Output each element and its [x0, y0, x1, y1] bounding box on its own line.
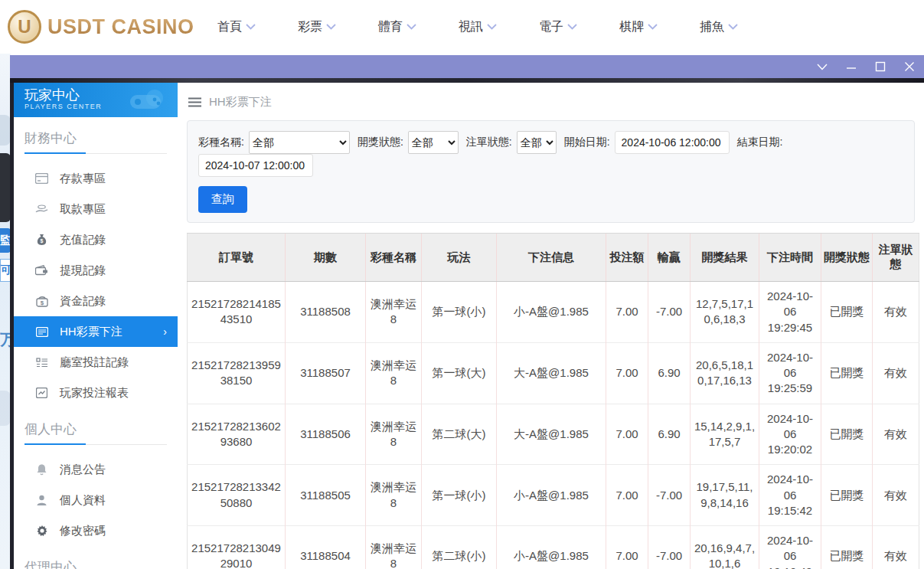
chevron-down-icon [406, 24, 416, 30]
nav-item-home[interactable]: 首頁 [217, 19, 256, 35]
cell-order-no: 2152172821334250880 [188, 465, 286, 526]
col-header-play: 玩法 [422, 234, 497, 282]
cell-bet-info: 小-A盤@1.985 [497, 526, 606, 569]
cell-bet-info: 大-A盤@1.985 [497, 404, 606, 465]
lottery-select[interactable]: 全部 [249, 131, 350, 154]
nav-item-label: 捕魚 [700, 19, 724, 35]
cell-period: 31188506 [286, 404, 366, 465]
draw-status-select[interactable]: 全部 [408, 131, 459, 154]
nav-item-label: 首頁 [217, 19, 242, 35]
sidebar-item-label: 廳室投註記錄 [60, 355, 129, 370]
sidebar-item-funds-record[interactable]: $ 資金記錄 [14, 286, 178, 316]
cell-draw-status: 已開獎 [821, 282, 873, 343]
chevron-down-icon [728, 24, 738, 30]
sidebar-section-title-agent: 代理中心 [24, 558, 167, 569]
withdraw-hand-icon [35, 203, 48, 216]
nav-item-board-games[interactable]: 棋牌 [619, 19, 658, 35]
cell-draw-status: 已開獎 [821, 526, 873, 569]
order-status-filter-label: 注單狀態: [466, 136, 512, 149]
section-underline [24, 152, 167, 154]
sidebar-item-room-bet-record[interactable]: 廳室投註記錄 [14, 347, 178, 378]
cell-time: 2024-10-06 19:29:45 [759, 282, 821, 343]
sidebar-item-label: 玩家投注報表 [60, 386, 129, 401]
draw-status-filter-label: 開獎狀態: [358, 136, 403, 149]
cell-order-status: 有效 [873, 465, 919, 526]
nav-item-label: 電子 [539, 19, 563, 35]
cell-order-no: 2152172821360293680 [188, 404, 286, 465]
cell-bet-amount: 7.00 [606, 526, 648, 569]
col-header-period: 期數 [286, 234, 366, 282]
lottery-doc-icon [35, 325, 48, 338]
cell-period: 31188504 [286, 526, 366, 569]
sidebar-item-deposit[interactable]: 存款專區 [14, 163, 178, 194]
nav-item-electronic[interactable]: 電子 [539, 19, 577, 35]
sidebar-item-label: 充值記錄 [60, 233, 106, 247]
breadcrumb: HH彩票下注 [187, 83, 915, 113]
cell-win-loss: -7.00 [648, 526, 691, 569]
cell-bet-info: 大-A盤@1.985 [497, 342, 606, 404]
nav-item-sports[interactable]: 體育 [378, 19, 416, 35]
cell-draw-status: 已開獎 [821, 342, 873, 404]
cell-result: 20,6,5,18,10,17,16,13 [691, 342, 759, 404]
sidebar-item-label: 修改密碼 [60, 524, 106, 538]
hamburger-menu-icon[interactable] [188, 97, 201, 107]
cell-lottery: 澳洲幸运8 [366, 282, 422, 343]
chevron-down-icon [648, 24, 658, 30]
background-page-strip: 監 可 万 [0, 54, 11, 569]
background-fragment [0, 391, 11, 426]
maximize-icon [875, 61, 886, 72]
window-maximize-button[interactable] [873, 60, 887, 74]
sidebar-item-label: 提現記錄 [60, 263, 106, 278]
cell-time: 2024-10-06 19:20:02 [759, 404, 821, 465]
nav-item-label: 體育 [378, 19, 403, 35]
col-header-order-no: 訂單號 [188, 234, 286, 282]
cell-play: 第一球(小) [422, 282, 497, 343]
filter-panel: 彩種名稱: 全部 開獎狀態: 全部 注單狀態: [187, 120, 915, 223]
app-window: 玩家中心 PLAYERS CENTER 財務中心 存款專區 [10, 55, 924, 569]
minimize-icon [846, 61, 857, 72]
table-row: 2152172821418543510 31188508 澳洲幸运8 第一球(小… [188, 282, 919, 343]
end-date-input[interactable] [198, 154, 313, 177]
sidebar: 玩家中心 PLAYERS CENTER 財務中心 存款專區 [14, 83, 178, 569]
sidebar-section-title-personal: 個人中心 [24, 420, 167, 438]
sidebar-item-recharge-record[interactable]: $ 充值記錄 [14, 224, 178, 255]
sidebar-item-label: 取款專區 [60, 202, 106, 217]
cell-bet-amount: 7.00 [606, 282, 648, 343]
cell-bet-info: 小-A盤@1.985 [497, 465, 606, 526]
sidebar-item-withdrawal-record[interactable]: 提現記錄 [14, 255, 178, 286]
sidebar-item-profile[interactable]: 個人資料 [14, 485, 178, 515]
cell-bet-amount: 7.00 [606, 342, 648, 404]
window-minimize-button[interactable] [844, 60, 858, 74]
cell-period: 31188505 [286, 465, 366, 526]
chevron-right-icon: › [163, 325, 167, 338]
sidebar-item-announcements[interactable]: 消息公告 [14, 454, 178, 485]
bets-table: 訂單號 期數 彩種名稱 玩法 下注信息 投注額 輸贏 開獎結果 下注時間 開獎狀… [187, 233, 919, 569]
gear-icon [35, 525, 48, 538]
close-icon [904, 61, 915, 72]
start-date-input[interactable] [615, 131, 730, 154]
cell-win-loss: -7.00 [648, 282, 691, 343]
sidebar-item-change-password[interactable]: 修改密碼 [14, 515, 178, 546]
search-button[interactable]: 查詢 [198, 186, 247, 213]
nav-item-live-video[interactable]: 視訊 [459, 19, 497, 35]
nav-item-lottery[interactable]: 彩票 [298, 19, 336, 35]
sidebar-item-hh-lottery-bets[interactable]: HH彩票下注 › [14, 316, 178, 347]
report-chart-icon [35, 387, 48, 400]
col-header-result: 開獎結果 [691, 234, 759, 282]
gamepad-icon [124, 89, 167, 115]
cell-period: 31188508 [286, 282, 366, 343]
deposit-card-icon [35, 172, 48, 185]
sidebar-item-player-bet-report[interactable]: 玩家投注報表 [14, 378, 178, 408]
sidebar-item-withdraw[interactable]: 取款專區 [14, 194, 178, 224]
window-collapse-button[interactable] [815, 60, 829, 74]
cell-lottery: 澳洲幸运8 [366, 404, 422, 465]
order-status-select[interactable]: 全部 [517, 131, 557, 154]
window-close-button[interactable] [903, 60, 916, 74]
cell-time: 2024-10-06 19:15:42 [759, 465, 821, 526]
col-header-order-status: 注單狀態 [873, 234, 919, 282]
site-header: U USDT CASINO 首頁 彩票 體育 視訊 電子 棋牌 捕魚 [0, 0, 924, 54]
bell-icon [35, 463, 48, 476]
table-row: 2152172821360293680 31188506 澳洲幸运8 第二球(大… [188, 404, 919, 465]
brand-logo[interactable]: U USDT CASINO [8, 10, 194, 44]
nav-item-fishing[interactable]: 捕魚 [700, 19, 738, 35]
